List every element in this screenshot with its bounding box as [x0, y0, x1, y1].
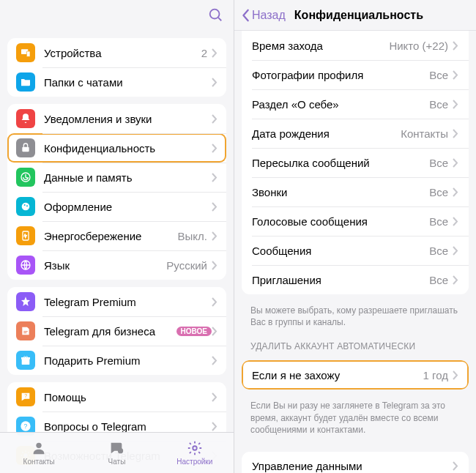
privacy-scroll: Время заходаНикто (+22)Фотографии профил…: [234, 31, 476, 473]
chevron-right-icon: [453, 187, 458, 197]
right-topbar: Назад Конфиденциальность: [234, 0, 476, 31]
chevron-right-icon: [453, 129, 458, 138]
row-label: Устройства: [44, 47, 201, 59]
tab-chats[interactable]: Чаты: [78, 433, 155, 473]
privacy-row-value: Все: [429, 245, 448, 257]
settings-row-devices[interactable]: Устройства2: [7, 38, 226, 67]
tab-settings-label: Настройки: [176, 458, 212, 466]
privacy-row-label: Голосовые сообщения: [252, 215, 429, 228]
privacy-row[interactable]: Пересылка сообщенийВсе: [242, 148, 469, 177]
privacy-row[interactable]: ПриглашенияВсе: [242, 265, 469, 294]
privacy-row-value: Все: [429, 98, 448, 111]
tab-chats-label: Чаты: [108, 458, 126, 466]
settings-scroll: Устройства2Папки с чатами Уведомления и …: [0, 31, 234, 473]
privacy-row[interactable]: Раздел «О себе»Все: [242, 89, 469, 119]
row-label: Оформление: [44, 201, 212, 213]
row-label: Данные и память: [44, 171, 212, 184]
chevron-right-icon: [212, 327, 217, 336]
privacy-row[interactable]: ЗвонкиВсе: [242, 177, 469, 206]
row-label: Энергосбережение: [44, 230, 178, 242]
svg-text:?: ?: [24, 393, 27, 398]
tab-settings[interactable]: Настройки: [156, 433, 234, 473]
privacy-detail-pane: Назад Конфиденциальность Время заходаНик…: [234, 0, 476, 473]
chevron-right-icon: [453, 275, 458, 285]
delete-if-away-label: Если я не захожу: [252, 369, 423, 381]
settings-row-star[interactable]: Telegram Premium: [7, 287, 226, 316]
chevron-right-icon: [212, 297, 217, 307]
chevron-right-icon: [453, 370, 458, 380]
delete-footer: Если Вы ни разу не заглянете в Telegram …: [234, 395, 476, 439]
settings-row-data[interactable]: Данные и память: [7, 163, 226, 192]
manage-data-row[interactable]: Управление данными: [242, 452, 469, 473]
chevron-right-icon: [212, 422, 217, 431]
privacy-row[interactable]: Фотографии профиляВсе: [242, 60, 469, 89]
settings-group-1: Устройства2Папки с чатами: [7, 38, 226, 97]
search-icon[interactable]: [207, 7, 223, 25]
settings-row-biz[interactable]: Telegram для бизнесаНОВОЕ: [7, 316, 226, 346]
privacy-row[interactable]: Голосовые сообщенияВсе: [242, 206, 469, 236]
privacy-row-value: Все: [429, 274, 448, 286]
row-label: Вопросы о Telegram: [44, 420, 212, 433]
privacy-row-label: Дата рождения: [252, 127, 401, 140]
help-icon: ?: [16, 387, 35, 406]
settings-row-gift[interactable]: Подарить Premium: [7, 346, 226, 375]
settings-row-bell[interactable]: Уведомления и звуки: [7, 104, 226, 133]
lock-icon: [16, 138, 35, 157]
battery-icon: [16, 226, 35, 245]
svg-line-1: [218, 18, 221, 21]
gift-icon: [16, 351, 35, 370]
chevron-right-icon: [212, 114, 217, 124]
row-label: Помощь: [44, 391, 212, 403]
row-label: Подарить Premium: [44, 354, 212, 367]
devices-icon: [16, 43, 35, 62]
chevron-right-icon: [212, 78, 217, 87]
delete-group: Если я не захожу 1 год: [242, 360, 469, 390]
row-label: Уведомления и звуки: [44, 113, 212, 125]
privacy-row-value: Все: [429, 215, 448, 228]
row-label: Папки с чатами: [44, 76, 212, 89]
delete-if-away-row[interactable]: Если я не захожу 1 год: [242, 360, 469, 390]
settings-row-globe[interactable]: ЯзыкРусский: [7, 250, 226, 280]
tab-contacts[interactable]: Контакты: [0, 433, 78, 473]
star-icon: [16, 292, 35, 311]
chevron-right-icon: [212, 48, 217, 58]
settings-row-folders[interactable]: Папки с чатами: [7, 67, 226, 97]
privacy-row-value: Все: [429, 157, 448, 169]
svg-point-0: [210, 9, 220, 18]
privacy-row[interactable]: СообщенияВсе: [242, 236, 469, 265]
svg-point-16: [36, 443, 41, 448]
globe-icon: [16, 256, 35, 275]
privacy-row-value: Все: [429, 186, 448, 198]
settings-list-pane: Устройства2Папки с чатами Уведомления и …: [0, 0, 234, 473]
chevron-right-icon: [453, 246, 458, 256]
row-label: Telegram Premium: [44, 296, 212, 308]
settings-row-lock[interactable]: Конфиденциальность: [7, 133, 226, 163]
chevron-right-icon: [453, 217, 458, 226]
chevron-right-icon: [453, 158, 458, 168]
svg-point-5: [22, 203, 30, 211]
privacy-row-label: Раздел «О себе»: [252, 98, 429, 111]
privacy-row[interactable]: Дата рожденияКонтакты: [242, 119, 469, 148]
settings-row-battery[interactable]: ЭнергосбережениеВыкл.: [7, 221, 226, 250]
delete-if-away-value: 1 год: [423, 369, 448, 381]
theme-icon: [16, 197, 35, 216]
chevron-right-icon: [453, 461, 458, 471]
chevron-right-icon: [212, 202, 217, 212]
back-button[interactable]: Назад: [242, 9, 286, 22]
svg-rect-4: [22, 147, 29, 152]
settings-group-3: Telegram PremiumTelegram для бизнесаНОВО…: [7, 287, 226, 375]
row-value: 2: [201, 47, 207, 59]
row-label: Конфиденциальность: [44, 142, 212, 154]
row-value: Выкл.: [178, 230, 207, 242]
new-badge: НОВОЕ: [176, 327, 212, 336]
svg-point-17: [118, 448, 123, 453]
settings-row-help[interactable]: ?Помощь: [7, 382, 226, 411]
delete-section-header: УДАЛИТЬ АККАУНТ АВТОМАТИЧЕСКИ: [234, 331, 476, 354]
chevron-right-icon: [453, 100, 458, 109]
back-label: Назад: [252, 9, 286, 22]
row-value: Русский: [166, 259, 207, 272]
privacy-row-label: Сообщения: [252, 245, 429, 257]
privacy-row[interactable]: Время заходаНикто (+22): [242, 31, 469, 60]
svg-point-18: [193, 446, 197, 450]
settings-row-theme[interactable]: Оформление: [7, 192, 226, 221]
